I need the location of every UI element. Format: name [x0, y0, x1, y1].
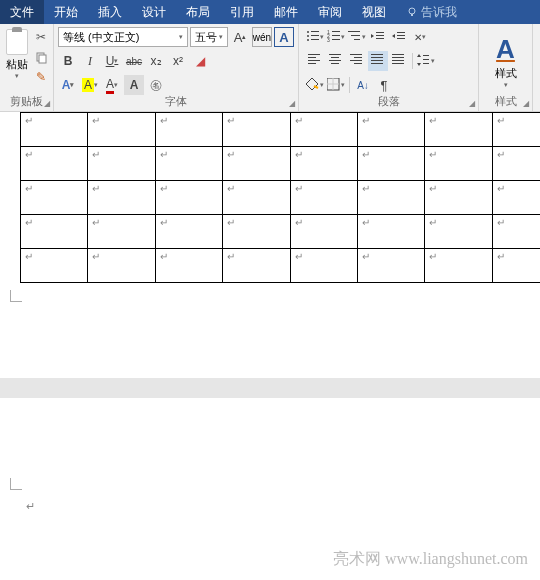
- dialog-launcher-icon[interactable]: ◢: [523, 99, 529, 108]
- table-cell[interactable]: ↵: [223, 249, 290, 283]
- sort-button[interactable]: A↓: [353, 75, 373, 95]
- format-painter-button[interactable]: ✎: [33, 69, 49, 85]
- bullets-button[interactable]: ▾: [305, 27, 325, 47]
- copy-button[interactable]: [33, 49, 49, 65]
- tab-home[interactable]: 开始: [44, 0, 88, 24]
- table-cell[interactable]: ↵: [357, 181, 424, 215]
- table-cell[interactable]: ↵: [21, 181, 88, 215]
- table-cell[interactable]: ↵: [88, 181, 155, 215]
- table-cell[interactable]: ↵: [155, 147, 222, 181]
- tab-review[interactable]: 审阅: [308, 0, 352, 24]
- tab-layout[interactable]: 布局: [176, 0, 220, 24]
- table-cell[interactable]: ↵: [155, 215, 222, 249]
- table-cell[interactable]: ↵: [290, 249, 357, 283]
- table-cell[interactable]: ↵: [223, 147, 290, 181]
- superscript-button[interactable]: x²: [168, 51, 188, 71]
- table-cell[interactable]: ↵: [21, 249, 88, 283]
- tab-references[interactable]: 引用: [220, 0, 264, 24]
- table-cell[interactable]: ↵: [492, 181, 540, 215]
- table-cell[interactable]: ↵: [425, 147, 492, 181]
- svg-rect-11: [332, 31, 340, 32]
- numbering-button[interactable]: 123▾: [326, 27, 346, 47]
- table-cell[interactable]: ↵: [492, 113, 540, 147]
- table-cell[interactable]: ↵: [357, 147, 424, 181]
- font-size-value: 五号: [195, 30, 217, 45]
- chevron-down-icon: ▾: [219, 33, 223, 41]
- table-cell[interactable]: ↵: [88, 215, 155, 249]
- borders-button[interactable]: ▾: [326, 75, 346, 95]
- table-cell[interactable]: ↵: [492, 249, 540, 283]
- font-color-button[interactable]: A▾: [102, 75, 122, 95]
- dialog-launcher-icon[interactable]: ◢: [469, 99, 475, 108]
- table-cell[interactable]: ↵: [88, 113, 155, 147]
- tab-mailings[interactable]: 邮件: [264, 0, 308, 24]
- dialog-launcher-icon[interactable]: ◢: [289, 99, 295, 108]
- font-size-select[interactable]: 五号▾: [190, 27, 228, 47]
- table-cell[interactable]: ↵: [290, 113, 357, 147]
- table-cell[interactable]: ↵: [155, 249, 222, 283]
- table-cell[interactable]: ↵: [223, 181, 290, 215]
- table-cell[interactable]: ↵: [155, 181, 222, 215]
- char-shading-button[interactable]: A: [124, 75, 144, 95]
- character-border-button[interactable]: A: [274, 27, 294, 47]
- enclose-char-button[interactable]: ㊔: [146, 75, 166, 95]
- justify-button[interactable]: [368, 51, 388, 71]
- tab-file[interactable]: 文件: [0, 0, 44, 24]
- align-center-button[interactable]: [326, 51, 346, 71]
- asian-layout-button[interactable]: ✕▾: [410, 27, 430, 47]
- table-cell[interactable]: ↵: [21, 113, 88, 147]
- line-spacing-button[interactable]: ▾: [416, 51, 436, 71]
- table-cell[interactable]: ↵: [357, 249, 424, 283]
- table-cell[interactable]: ↵: [223, 113, 290, 147]
- tab-view[interactable]: 视图: [352, 0, 396, 24]
- italic-button[interactable]: I: [80, 51, 100, 71]
- table-cell[interactable]: ↵: [492, 147, 540, 181]
- table-cell[interactable]: ↵: [223, 215, 290, 249]
- page-corner-mark: [10, 290, 22, 302]
- document-area[interactable]: ↵↵↵↵↵↵↵↵↵↵↵↵↵↵↵↵↵↵↵↵↵↵↵↵↵↵↵↵↵↵↵↵↵↵↵↵↵↵↵↵: [0, 112, 540, 283]
- table-cell[interactable]: ↵: [357, 113, 424, 147]
- table-cell[interactable]: ↵: [21, 147, 88, 181]
- grow-font-button[interactable]: A▴: [230, 27, 250, 47]
- phonetic-guide-button[interactable]: wén: [252, 27, 272, 47]
- table-cell[interactable]: ↵: [357, 215, 424, 249]
- document-table[interactable]: ↵↵↵↵↵↵↵↵↵↵↵↵↵↵↵↵↵↵↵↵↵↵↵↵↵↵↵↵↵↵↵↵↵↵↵↵↵↵↵↵: [20, 112, 540, 283]
- table-cell[interactable]: ↵: [290, 181, 357, 215]
- distributed-button[interactable]: [389, 51, 409, 71]
- clear-formatting-button[interactable]: ◢: [190, 51, 210, 71]
- table-cell[interactable]: ↵: [290, 147, 357, 181]
- table-cell[interactable]: ↵: [492, 215, 540, 249]
- text-effects-button[interactable]: A▾: [58, 75, 78, 95]
- dialog-launcher-icon[interactable]: ◢: [44, 99, 50, 108]
- align-left-button[interactable]: [305, 51, 325, 71]
- underline-button[interactable]: U▾: [102, 51, 122, 71]
- tell-me[interactable]: 告诉我: [396, 0, 467, 24]
- styles-button[interactable]: A: [496, 34, 515, 65]
- table-cell[interactable]: ↵: [425, 249, 492, 283]
- paste-button[interactable]: 粘贴 ▾: [4, 26, 30, 85]
- table-cell[interactable]: ↵: [290, 215, 357, 249]
- table-cell[interactable]: ↵: [155, 113, 222, 147]
- table-cell[interactable]: ↵: [425, 113, 492, 147]
- table-cell[interactable]: ↵: [425, 181, 492, 215]
- table-cell[interactable]: ↵: [88, 147, 155, 181]
- table-cell[interactable]: ↵: [21, 215, 88, 249]
- increase-indent-button[interactable]: [389, 27, 409, 47]
- shading-button[interactable]: ▾: [305, 75, 325, 95]
- font-name-select[interactable]: 等线 (中文正文)▾: [58, 27, 188, 47]
- table-cell[interactable]: ↵: [88, 249, 155, 283]
- subscript-button[interactable]: x₂: [146, 51, 166, 71]
- svg-rect-9: [311, 39, 319, 40]
- multilevel-list-button[interactable]: ▾: [347, 27, 367, 47]
- highlight-button[interactable]: A▾: [80, 75, 100, 95]
- tab-design[interactable]: 设计: [132, 0, 176, 24]
- table-cell[interactable]: ↵: [425, 215, 492, 249]
- show-marks-button[interactable]: ¶: [374, 75, 394, 95]
- tab-insert[interactable]: 插入: [88, 0, 132, 24]
- strikethrough-button[interactable]: abc: [124, 51, 144, 71]
- align-right-button[interactable]: [347, 51, 367, 71]
- bold-button[interactable]: B: [58, 51, 78, 71]
- svg-point-4: [307, 31, 309, 33]
- cut-button[interactable]: ✂: [33, 29, 49, 45]
- decrease-indent-button[interactable]: [368, 27, 388, 47]
